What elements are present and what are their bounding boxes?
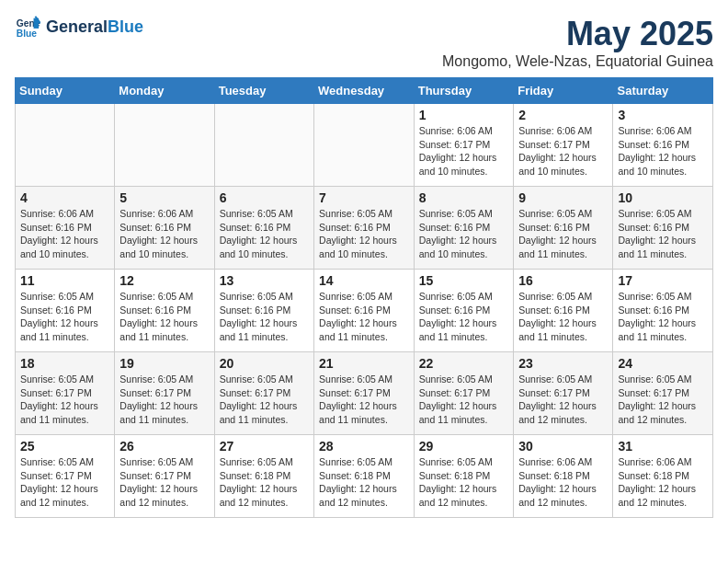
day-info: Sunrise: 6:05 AM Sunset: 6:17 PM Dayligh…: [119, 373, 209, 427]
calendar-cell: 26Sunrise: 6:05 AM Sunset: 6:17 PM Dayli…: [115, 435, 214, 518]
calendar-cell: 23Sunrise: 6:05 AM Sunset: 6:17 PM Dayli…: [514, 352, 613, 435]
day-number: 2: [518, 108, 608, 122]
calendar-cell: 12Sunrise: 6:05 AM Sunset: 6:16 PM Dayli…: [115, 270, 214, 352]
calendar-cell: 29Sunrise: 6:05 AM Sunset: 6:18 PM Dayli…: [414, 435, 513, 518]
day-info: Sunrise: 6:05 AM Sunset: 6:16 PM Dayligh…: [220, 290, 309, 344]
day-number: 27: [220, 439, 309, 454]
day-info: Sunrise: 6:06 AM Sunset: 6:16 PM Dayligh…: [20, 207, 109, 261]
day-header-wednesday: Wednesday: [314, 78, 415, 104]
day-number: 1: [419, 108, 508, 122]
day-number: 29: [419, 439, 508, 454]
day-info: Sunrise: 6:05 AM Sunset: 6:17 PM Dayligh…: [119, 455, 209, 510]
day-info: Sunrise: 6:05 AM Sunset: 6:16 PM Dayligh…: [518, 290, 608, 344]
day-number: 23: [518, 356, 608, 371]
calendar-cell: 9Sunrise: 6:05 AM Sunset: 6:16 PM Daylig…: [514, 187, 613, 270]
day-number: 10: [618, 190, 708, 205]
day-header-thursday: Thursday: [414, 78, 513, 104]
day-info: Sunrise: 6:05 AM Sunset: 6:17 PM Dayligh…: [518, 373, 608, 427]
calendar-cell: [314, 104, 415, 187]
day-number: 18: [20, 356, 109, 371]
day-number: 3: [618, 108, 708, 122]
day-number: 4: [20, 190, 109, 205]
day-number: 31: [618, 439, 708, 454]
day-info: Sunrise: 6:05 AM Sunset: 6:17 PM Dayligh…: [20, 373, 109, 427]
calendar-week-row: 18Sunrise: 6:05 AM Sunset: 6:17 PM Dayli…: [16, 352, 713, 435]
day-info: Sunrise: 6:05 AM Sunset: 6:16 PM Dayligh…: [220, 207, 309, 261]
day-number: 22: [419, 356, 508, 371]
day-number: 13: [220, 273, 309, 288]
day-number: 5: [119, 190, 209, 205]
day-info: Sunrise: 6:06 AM Sunset: 6:18 PM Dayligh…: [518, 455, 608, 510]
day-info: Sunrise: 6:05 AM Sunset: 6:16 PM Dayligh…: [518, 207, 608, 261]
calendar-cell: 3Sunrise: 6:06 AM Sunset: 6:16 PM Daylig…: [613, 104, 713, 187]
day-info: Sunrise: 6:05 AM Sunset: 6:17 PM Dayligh…: [220, 373, 309, 427]
day-info: Sunrise: 6:06 AM Sunset: 6:18 PM Dayligh…: [618, 455, 708, 510]
logo-name-line1: GeneralBlue: [46, 18, 143, 37]
day-number: 7: [319, 190, 409, 205]
calendar-cell: 6Sunrise: 6:05 AM Sunset: 6:16 PM Daylig…: [214, 187, 313, 270]
day-info: Sunrise: 6:05 AM Sunset: 6:18 PM Dayligh…: [419, 455, 508, 510]
day-number: 9: [518, 190, 608, 205]
calendar-cell: [115, 104, 214, 187]
day-number: 16: [518, 273, 608, 288]
day-info: Sunrise: 6:06 AM Sunset: 6:16 PM Dayligh…: [119, 207, 209, 261]
calendar-cell: 15Sunrise: 6:05 AM Sunset: 6:16 PM Dayli…: [414, 270, 513, 352]
logo: General Blue GeneralBlue: [15, 15, 143, 40]
day-number: 26: [119, 439, 209, 454]
calendar-week-row: 25Sunrise: 6:05 AM Sunset: 6:17 PM Dayli…: [16, 435, 713, 518]
day-number: 15: [419, 273, 508, 288]
calendar-cell: 25Sunrise: 6:05 AM Sunset: 6:17 PM Dayli…: [16, 435, 115, 518]
calendar-cell: 28Sunrise: 6:05 AM Sunset: 6:18 PM Dayli…: [314, 435, 415, 518]
day-number: 20: [220, 356, 309, 371]
day-info: Sunrise: 6:05 AM Sunset: 6:18 PM Dayligh…: [319, 455, 409, 510]
day-info: Sunrise: 6:05 AM Sunset: 6:16 PM Dayligh…: [618, 290, 708, 344]
day-number: 8: [419, 190, 508, 205]
day-number: 14: [319, 273, 409, 288]
day-info: Sunrise: 6:06 AM Sunset: 6:17 PM Dayligh…: [419, 124, 508, 178]
day-info: Sunrise: 6:05 AM Sunset: 6:16 PM Dayligh…: [319, 290, 409, 344]
day-number: 6: [220, 190, 309, 205]
calendar-cell: 1Sunrise: 6:06 AM Sunset: 6:17 PM Daylig…: [414, 104, 513, 187]
location-subtitle: Mongomo, Wele-Nzas, Equatorial Guinea: [442, 53, 713, 70]
calendar-week-row: 1Sunrise: 6:06 AM Sunset: 6:17 PM Daylig…: [16, 104, 713, 187]
day-info: Sunrise: 6:05 AM Sunset: 6:17 PM Dayligh…: [618, 373, 708, 427]
day-header-monday: Monday: [115, 78, 214, 104]
calendar-cell: 21Sunrise: 6:05 AM Sunset: 6:17 PM Dayli…: [314, 352, 415, 435]
day-info: Sunrise: 6:05 AM Sunset: 6:16 PM Dayligh…: [319, 207, 409, 261]
day-header-friday: Friday: [514, 78, 613, 104]
day-number: 25: [20, 439, 109, 454]
logo-icon: General Blue: [15, 15, 40, 40]
day-info: Sunrise: 6:05 AM Sunset: 6:16 PM Dayligh…: [419, 290, 508, 344]
calendar-cell: 11Sunrise: 6:05 AM Sunset: 6:16 PM Dayli…: [16, 270, 115, 352]
month-title: May 2025: [442, 15, 713, 53]
day-number: 12: [119, 273, 209, 288]
calendar-week-row: 11Sunrise: 6:05 AM Sunset: 6:16 PM Dayli…: [16, 270, 713, 352]
day-number: 17: [618, 273, 708, 288]
calendar-cell: 27Sunrise: 6:05 AM Sunset: 6:18 PM Dayli…: [214, 435, 313, 518]
calendar-cell: 5Sunrise: 6:06 AM Sunset: 6:16 PM Daylig…: [115, 187, 214, 270]
day-info: Sunrise: 6:05 AM Sunset: 6:17 PM Dayligh…: [319, 373, 409, 427]
calendar-cell: 8Sunrise: 6:05 AM Sunset: 6:16 PM Daylig…: [414, 187, 513, 270]
day-number: 24: [618, 356, 708, 371]
day-number: 28: [319, 439, 409, 454]
day-header-saturday: Saturday: [613, 78, 713, 104]
calendar-cell: 31Sunrise: 6:06 AM Sunset: 6:18 PM Dayli…: [613, 435, 713, 518]
calendar-cell: 14Sunrise: 6:05 AM Sunset: 6:16 PM Dayli…: [314, 270, 415, 352]
calendar-table: SundayMondayTuesdayWednesdayThursdayFrid…: [15, 77, 713, 518]
calendar-cell: 24Sunrise: 6:05 AM Sunset: 6:17 PM Dayli…: [613, 352, 713, 435]
day-info: Sunrise: 6:05 AM Sunset: 6:16 PM Dayligh…: [419, 207, 508, 261]
calendar-cell: 16Sunrise: 6:05 AM Sunset: 6:16 PM Dayli…: [514, 270, 613, 352]
day-number: 11: [20, 273, 109, 288]
day-info: Sunrise: 6:05 AM Sunset: 6:16 PM Dayligh…: [20, 290, 109, 344]
title-section: May 2025 Mongomo, Wele-Nzas, Equatorial …: [442, 15, 713, 70]
calendar-cell: [16, 104, 115, 187]
calendar-cell: 19Sunrise: 6:05 AM Sunset: 6:17 PM Dayli…: [115, 352, 214, 435]
calendar-cell: 17Sunrise: 6:05 AM Sunset: 6:16 PM Dayli…: [613, 270, 713, 352]
day-info: Sunrise: 6:05 AM Sunset: 6:16 PM Dayligh…: [119, 290, 209, 344]
calendar-week-row: 4Sunrise: 6:06 AM Sunset: 6:16 PM Daylig…: [16, 187, 713, 270]
page-header: General Blue GeneralBlue May 2025 Mongom…: [15, 15, 713, 70]
day-header-sunday: Sunday: [16, 78, 115, 104]
day-header-tuesday: Tuesday: [214, 78, 313, 104]
day-info: Sunrise: 6:05 AM Sunset: 6:17 PM Dayligh…: [419, 373, 508, 427]
calendar-cell: 10Sunrise: 6:05 AM Sunset: 6:16 PM Dayli…: [613, 187, 713, 270]
